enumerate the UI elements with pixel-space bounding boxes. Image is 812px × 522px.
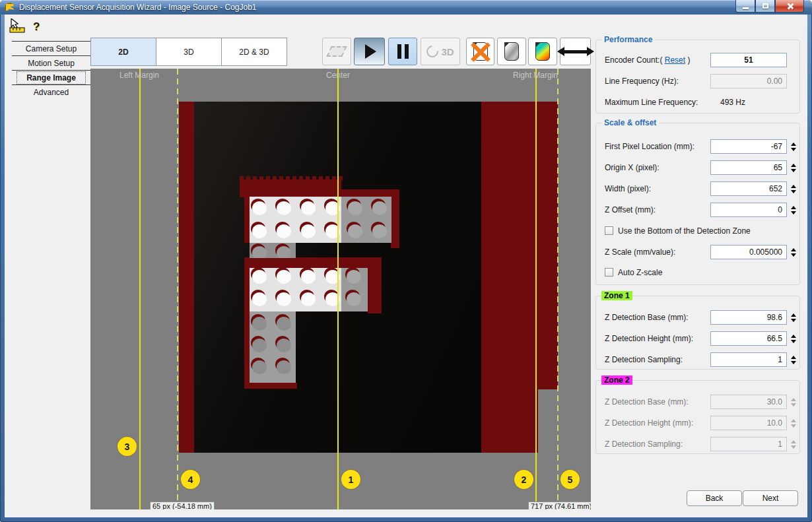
sidebar-item-motion-setup[interactable]: Motion Setup xyxy=(12,56,90,71)
mini-toolbar: ? xyxy=(9,18,40,33)
width-field[interactable]: 652 xyxy=(710,181,787,196)
zone1-base-field[interactable]: 98.6 xyxy=(710,310,787,325)
marker-4[interactable]: 4 xyxy=(181,470,200,489)
z-scale-spinner[interactable] xyxy=(790,245,797,259)
sidebar-item-label: Range Image xyxy=(17,72,85,84)
window-content: ? Camera Setup Motion Setup Range Image … xyxy=(5,15,807,517)
pan-horizontal-button[interactable] xyxy=(560,38,591,65)
encoder-count-row: Encoder Count:( Reset ) 51 xyxy=(596,53,799,67)
first-pixel-field[interactable]: -67 xyxy=(710,139,787,154)
z-offset-spinner[interactable] xyxy=(790,203,797,217)
origin-x-line[interactable] xyxy=(177,69,178,509)
zone1-base-spinner[interactable] xyxy=(790,310,797,325)
first-pixel-row: First Pixel Location (mm): -67 xyxy=(596,139,799,154)
play-button[interactable] xyxy=(354,38,385,65)
horizontal-arrow-icon xyxy=(564,50,587,53)
max-line-frequency-row: Maximum Line Frequency: 493 Hz xyxy=(596,95,799,110)
left-margin-label: Left Margin xyxy=(119,71,159,80)
view-tabstrip: 2D 3D 2D & 3D xyxy=(91,38,287,66)
scale-offset-title: Scale & offset xyxy=(601,118,659,127)
width-spinner[interactable] xyxy=(790,181,797,196)
minimize-button[interactable] xyxy=(735,0,755,13)
line-frequency-field: 0.00 xyxy=(710,74,787,88)
zone2-base-row: Z Detection Base (mm): 30.0 xyxy=(596,395,799,409)
pause-button[interactable] xyxy=(388,38,417,65)
z-scale-field[interactable]: 0.005000 xyxy=(710,245,787,259)
performance-group: Performance Encoder Count:( Reset ) 51 L… xyxy=(595,40,800,114)
origin-x-field[interactable]: 65 xyxy=(710,160,787,175)
title-bar: Displacement Sensor Acquisition Wizard -… xyxy=(0,0,812,15)
max-line-frequency-label: Maximum Line Frequency: xyxy=(605,98,698,107)
grayscale-icon xyxy=(504,42,519,61)
zone2-sampling-label: Z Detection Sampling: xyxy=(605,440,683,449)
first-pixel-spinner[interactable] xyxy=(790,139,797,154)
tab-3d[interactable]: 3D xyxy=(156,38,222,66)
reset-link[interactable]: Reset xyxy=(665,55,685,65)
right-margin-label: Right Margin xyxy=(513,71,558,80)
right-margin-line[interactable] xyxy=(535,69,537,509)
marker-2[interactable]: 2 xyxy=(514,470,533,489)
origin-x-label: Origin X (pixel): xyxy=(605,163,660,172)
no-colormap-button[interactable] xyxy=(466,38,494,65)
grayscale-colormap-button[interactable] xyxy=(497,38,526,65)
sidebar-item-advanced[interactable]: Advanced xyxy=(12,85,90,100)
sidebar-item-label: Camera Setup xyxy=(26,44,77,53)
select-region-button xyxy=(322,38,351,65)
zone2-base-label: Z Detection Base (mm): xyxy=(605,397,689,407)
pause-icon xyxy=(397,44,409,59)
left-position-status: 65 px (-54.18 mm) xyxy=(150,502,215,509)
zone2-height-spinner xyxy=(790,416,797,430)
sidebar-item-camera-setup[interactable]: Camera Setup xyxy=(12,42,90,56)
zone2-sampling-spinner xyxy=(790,437,797,451)
performance-title: Performance xyxy=(601,35,655,44)
line-frequency-row: Line Frequency (Hz): 0.00 xyxy=(596,74,799,88)
marker-3[interactable]: 3 xyxy=(118,437,137,456)
auto-z-scale-checkbox-row: Auto Z-scale xyxy=(605,268,662,277)
z-offset-field[interactable]: 0 xyxy=(710,203,787,217)
auto-z-scale-checkbox[interactable] xyxy=(605,268,613,277)
rainbow-icon xyxy=(535,42,550,61)
maximize-button[interactable] xyxy=(755,0,775,13)
zone1-height-row: Z Detection Height (mm): 66.5 xyxy=(596,331,799,346)
marker-5[interactable]: 5 xyxy=(560,470,580,489)
rotate-icon xyxy=(424,43,441,59)
z-scale-row: Z Scale (mm/value): 0.005000 xyxy=(596,245,799,259)
use-bottom-checkbox-row: Use the Bottom of the Detection Zone xyxy=(605,226,751,236)
left-margin-line[interactable] xyxy=(139,69,141,509)
next-button[interactable]: Next xyxy=(743,490,798,506)
max-line-frequency-value: 493 Hz xyxy=(720,98,745,107)
zone1-height-spinner[interactable] xyxy=(790,331,797,346)
width-end-line[interactable] xyxy=(557,69,558,509)
use-bottom-label: Use the Bottom of the Detection Zone xyxy=(618,226,751,236)
zone1-height-field[interactable]: 66.5 xyxy=(710,331,787,346)
zone1-base-label: Z Detection Base (mm): xyxy=(605,313,689,322)
center-line[interactable] xyxy=(337,69,339,509)
tab-2d[interactable]: 2D xyxy=(90,38,156,66)
zone1-sampling-spinner[interactable] xyxy=(790,352,797,367)
zone2-base-spinner xyxy=(790,395,797,409)
z-offset-label: Z Offset (mm): xyxy=(605,205,656,214)
width-label: Width (pixel): xyxy=(605,184,651,193)
sidebar-item-label: Advanced xyxy=(34,88,69,97)
app-icon xyxy=(5,3,15,12)
back-button[interactable]: Back xyxy=(687,490,742,506)
origin-x-spinner[interactable] xyxy=(790,160,797,175)
zone2-height-field: 10.0 xyxy=(710,416,787,430)
rainbow-colormap-button[interactable] xyxy=(528,38,557,65)
use-bottom-checkbox[interactable] xyxy=(605,226,613,235)
range-image xyxy=(90,69,591,509)
measure-cursor-icon[interactable] xyxy=(9,18,26,33)
encoder-count-label: Encoder Count:( Reset ) xyxy=(605,55,690,65)
zone2-sampling-row: Z Detection Sampling: 1 xyxy=(596,437,799,451)
close-button[interactable] xyxy=(775,0,804,13)
app-window: Displacement Sensor Acquisition Wizard -… xyxy=(0,0,812,522)
tab-2d-and-3d[interactable]: 2D & 3D xyxy=(221,38,287,66)
zone1-sampling-field[interactable]: 1 xyxy=(710,352,787,367)
zone2-height-label: Z Detection Height (mm): xyxy=(605,418,693,428)
zone2-base-field: 30.0 xyxy=(710,395,787,409)
sidebar-item-range-image[interactable]: Range Image xyxy=(12,71,90,85)
help-icon[interactable]: ? xyxy=(33,21,40,33)
close-icon xyxy=(786,3,794,10)
marker-1[interactable]: 1 xyxy=(341,470,360,489)
encoder-count-field[interactable]: 51 xyxy=(710,53,787,67)
